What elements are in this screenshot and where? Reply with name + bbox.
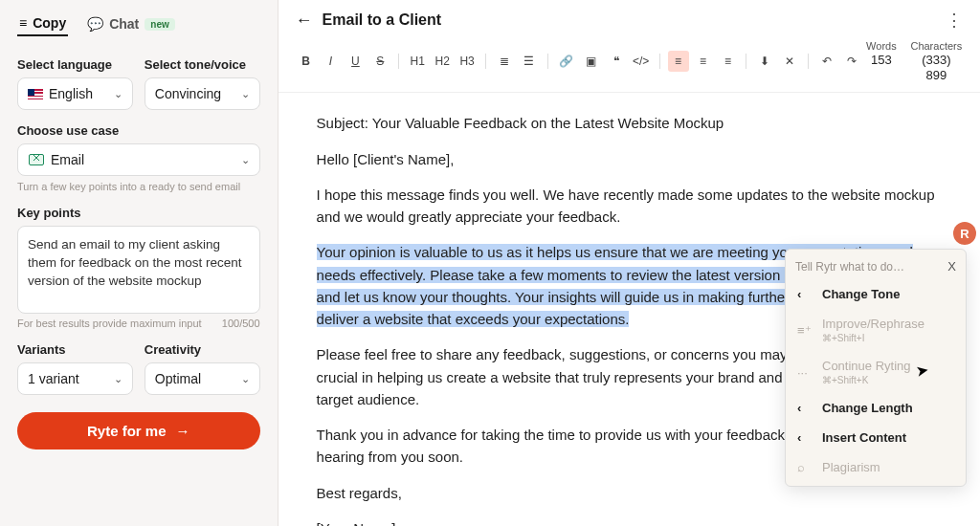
bold-button[interactable]: B	[296, 51, 317, 72]
words-label: Words	[866, 40, 897, 53]
redo-button[interactable]: ↷	[841, 51, 862, 72]
h1-button[interactable]: H1	[407, 51, 428, 72]
ctx-insert[interactable]: ‹ Insert Content	[786, 423, 966, 452]
envelope-icon	[28, 152, 45, 167]
tab-copy-label: Copy	[33, 15, 66, 31]
document-title: Email to a Client	[323, 11, 441, 29]
chat-icon: 💬	[87, 16, 103, 32]
usecase-select[interactable]: Email ⌄	[17, 143, 260, 176]
tone-value: Convincing	[155, 86, 221, 101]
download-button[interactable]: ⬇	[754, 51, 775, 72]
bullet-list-button[interactable]: ≣	[494, 51, 515, 72]
editor-toolbar: B I U S H1 H2 H3 ≣ ☰ 🔗 ▣ ❝ </> ≡ ≡ ≡ ⬇ ✕…	[278, 36, 980, 93]
variants-label: Variants	[17, 342, 133, 357]
chars-count: (333) 899	[910, 53, 963, 82]
ordered-list-button[interactable]: ☰	[519, 51, 540, 72]
ctx-placeholder[interactable]: Tell Rytr what to do…	[795, 260, 904, 274]
ctx-change-length-label: Change Length	[822, 401, 913, 415]
back-arrow-icon[interactable]: ←	[296, 11, 313, 31]
editor: ← Email to a Client ⋮ B I U S H1 H2 H3 ≣…	[278, 0, 980, 526]
code-button[interactable]: </>	[631, 51, 652, 72]
kebab-menu-icon[interactable]: ⋮	[946, 10, 963, 31]
sidebar: ≡ Copy 💬 Chat new Select language Englis…	[0, 0, 278, 526]
email-greeting: Hello [Client's Name],	[317, 148, 942, 170]
words-count: 153	[866, 53, 897, 68]
editor-header: ← Email to a Client ⋮	[278, 0, 980, 36]
clear-format-button[interactable]: ✕	[779, 51, 800, 72]
italic-button[interactable]: I	[321, 51, 342, 72]
usecase-value: Email	[51, 152, 84, 167]
toolbar-sep	[398, 54, 399, 69]
ctx-change-tone-label: Change Tone	[822, 287, 900, 301]
chevron-down-icon: ⌄	[241, 373, 250, 385]
chevron-left-icon: ‹	[797, 401, 813, 415]
new-badge: new	[145, 18, 174, 31]
rephrase-icon: ≡⁺	[797, 323, 813, 338]
toolbar-sep	[659, 54, 660, 69]
ryte-button[interactable]: Ryte for me →	[17, 412, 260, 449]
email-subject: Subject: Your Valuable Feedback on the L…	[317, 112, 942, 134]
ctx-improve[interactable]: ≡⁺ Improve/Rephrase ⌘+Shift+I	[786, 309, 966, 351]
underline-button[interactable]: U	[345, 51, 366, 72]
close-icon[interactable]: X	[947, 259, 956, 274]
chars-label: Characters	[910, 40, 963, 53]
toolbar-sep	[808, 54, 809, 69]
keypoints-textarea[interactable]	[17, 226, 260, 314]
chevron-down-icon: ⌄	[114, 373, 122, 385]
tone-label: Select tone/voice	[145, 57, 260, 72]
language-value: English	[49, 86, 93, 101]
ctx-improve-shortcut: ⌘+Shift+I	[822, 333, 924, 343]
email-p1: I hope this message finds you well. We h…	[317, 184, 942, 229]
keypoints-hint: For best results provide maximum input	[17, 318, 202, 329]
h2-button[interactable]: H2	[432, 51, 453, 72]
tab-copy[interactable]: ≡ Copy	[17, 11, 68, 36]
flag-us-icon	[28, 89, 43, 99]
creativity-label: Creativity	[145, 342, 260, 357]
toolbar-sep	[746, 54, 746, 69]
email-signature: [Your Name]	[317, 517, 942, 526]
chevron-left-icon: ‹	[797, 430, 813, 445]
language-select[interactable]: English ⌄	[17, 77, 133, 110]
tone-select[interactable]: Convincing ⌄	[145, 77, 260, 110]
chevron-down-icon: ⌄	[114, 88, 122, 100]
ctx-improve-label: Improve/Rephrase	[822, 317, 924, 331]
toolbar-sep	[547, 54, 548, 69]
quote-button[interactable]: ❝	[606, 51, 627, 72]
undo-button[interactable]: ↶	[816, 51, 837, 72]
align-left-button[interactable]: ≡	[668, 51, 689, 72]
continue-icon: ···	[797, 365, 813, 380]
ctx-plagiarism[interactable]: ⌕ Plagiarism	[786, 452, 966, 482]
context-menu: Tell Rytr what to do… X ‹ Change Tone ≡⁺…	[785, 249, 967, 487]
rytr-badge-icon[interactable]: R	[953, 222, 976, 245]
creativity-select[interactable]: Optimal ⌄	[145, 362, 260, 395]
ctx-insert-label: Insert Content	[822, 430, 906, 445]
tab-chat[interactable]: 💬 Chat new	[85, 12, 177, 35]
sidebar-tabs: ≡ Copy 💬 Chat new	[17, 0, 260, 44]
variants-select[interactable]: 1 variant ⌄	[17, 362, 133, 395]
chevron-down-icon: ⌄	[241, 88, 250, 100]
ctx-continue-label: Continue Ryting	[822, 359, 911, 373]
usecase-hint: Turn a few key points into a ready to se…	[17, 181, 260, 192]
ctx-change-length[interactable]: ‹ Change Length	[786, 393, 966, 423]
arrow-right-icon: →	[176, 423, 190, 439]
ctx-plagiarism-label: Plagiarism	[822, 460, 880, 474]
copy-icon: ≡	[19, 15, 27, 31]
ctx-continue[interactable]: ··· Continue Ryting ⌘+Shift+K	[786, 351, 966, 393]
ctx-change-tone[interactable]: ‹ Change Tone	[786, 279, 966, 309]
language-label: Select language	[17, 57, 133, 72]
link-button[interactable]: 🔗	[556, 51, 577, 72]
toolbar-sep	[485, 54, 486, 69]
strike-button[interactable]: S	[369, 51, 390, 72]
chevron-left-icon: ‹	[797, 287, 813, 301]
chevron-down-icon: ⌄	[241, 154, 250, 166]
ctx-continue-shortcut: ⌘+Shift+K	[822, 375, 911, 385]
h3-button[interactable]: H3	[457, 51, 478, 72]
align-right-button[interactable]: ≡	[717, 51, 738, 72]
variants-value: 1 variant	[28, 371, 79, 386]
creativity-value: Optimal	[155, 371, 201, 386]
keypoints-label: Key points	[17, 206, 260, 220]
tab-chat-label: Chat	[109, 16, 139, 32]
image-button[interactable]: ▣	[581, 51, 602, 72]
align-center-button[interactable]: ≡	[693, 51, 714, 72]
ryte-button-label: Ryte for me	[87, 423, 167, 439]
